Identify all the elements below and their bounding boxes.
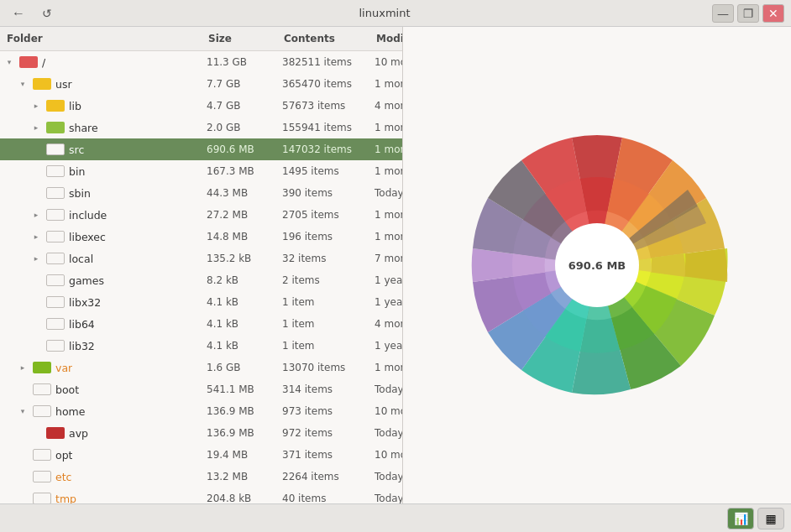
file-tree-panel[interactable]: Folder Size Contents Modified ▾ / 11.3 G… — [0, 27, 403, 503]
tree-row[interactable]: libx32 4.1 kB 1 item 1 year — [0, 291, 402, 313]
tree-body: ▾ / 11.3 GB 382511 items 10 months ▾ usr… — [0, 51, 402, 503]
folder-icon — [46, 318, 65, 330]
modified-cell: 1 year — [369, 340, 403, 352]
folder-cell: ▸ share — [0, 122, 202, 134]
tree-row[interactable]: boot 541.1 MB 314 items Today — [0, 378, 402, 400]
contents-cell: 1 item — [277, 318, 369, 330]
tree-row[interactable]: games 8.2 kB 2 items 1 year — [0, 269, 402, 291]
tree-row[interactable]: lib32 4.1 kB 1 item 1 year — [0, 335, 402, 357]
folder-name: src — [69, 143, 84, 156]
tree-row[interactable]: etc 13.2 MB 2264 items Today — [0, 466, 402, 488]
size-cell: 204.8 kB — [202, 493, 277, 503]
header-contents: Contents — [277, 31, 369, 46]
size-cell: 27.2 MB — [202, 209, 277, 221]
contents-cell: 382511 items — [277, 56, 369, 68]
expand-arrow-placeholder — [30, 274, 42, 286]
folder-cell: bin — [0, 165, 202, 178]
expand-arrow[interactable]: ▸ — [17, 362, 29, 373]
contents-cell: 365470 items — [277, 78, 369, 90]
list-view-button[interactable]: ▦ — [757, 508, 784, 529]
folder-icon — [33, 493, 51, 503]
tree-row[interactable]: ▸ libexec 14.8 MB 196 items 1 month — [0, 226, 402, 248]
tree-row[interactable]: ▾ usr 7.7 GB 365470 items 1 month — [0, 73, 402, 95]
minimize-button[interactable]: — — [712, 4, 734, 23]
folder-icon — [46, 187, 65, 199]
close-button[interactable]: ✕ — [762, 4, 784, 23]
contents-cell: 390 items — [277, 187, 369, 199]
modified-cell: Today — [369, 493, 403, 503]
header-modified: Modified — [369, 31, 403, 46]
tree-row[interactable]: avp 136.9 MB 972 items Today — [0, 422, 402, 444]
size-cell: 1.6 GB — [202, 362, 277, 373]
expand-arrow[interactable]: ▸ — [30, 122, 42, 133]
folder-cell: ▸ lib — [0, 100, 202, 112]
folder-icon — [46, 253, 65, 264]
size-cell: 19.4 MB — [202, 449, 277, 461]
folder-name: libexec — [69, 231, 106, 243]
size-cell: 4.1 kB — [202, 340, 277, 352]
folder-name: sbin — [69, 187, 91, 200]
tree-row[interactable]: tmp 204.8 kB 40 items Today — [0, 488, 402, 503]
tree-row[interactable]: ▸ share 2.0 GB 155941 items 1 month — [0, 117, 402, 138]
folder-icon — [46, 100, 65, 112]
modified-cell: 10 months — [369, 56, 403, 68]
modified-cell: 1 month — [369, 78, 403, 90]
folder-cell: ▸ local — [0, 253, 202, 265]
refresh-button[interactable]: ↺ — [37, 5, 57, 22]
folder-icon — [19, 56, 38, 68]
back-button[interactable]: ← — [7, 4, 30, 23]
expand-arrow[interactable]: ▾ — [3, 56, 15, 68]
folder-icon — [46, 231, 65, 243]
tree-row[interactable]: ▸ lib 4.7 GB 57673 items 4 months — [0, 95, 402, 117]
tree-row[interactable]: ▸ var 1.6 GB 13070 items 1 month — [0, 357, 402, 378]
expand-arrow[interactable]: ▸ — [30, 231, 42, 243]
folder-name: share — [69, 122, 98, 134]
contents-cell: 2 items — [277, 274, 369, 286]
folder-icon — [46, 340, 65, 352]
contents-cell: 57673 items — [277, 100, 369, 112]
main-content: Folder Size Contents Modified ▾ / 11.3 G… — [0, 27, 791, 503]
size-cell: 14.8 MB — [202, 231, 277, 243]
expand-arrow-placeholder — [17, 449, 29, 461]
folder-cell: src — [0, 143, 202, 156]
size-cell: 690.6 MB — [202, 143, 277, 155]
size-cell: 44.3 MB — [202, 187, 277, 199]
modified-cell: 1 year — [369, 274, 403, 286]
tree-row[interactable]: src 690.6 MB 147032 items 1 month — [0, 138, 402, 160]
expand-arrow[interactable]: ▸ — [30, 100, 42, 112]
tree-row[interactable]: sbin 44.3 MB 390 items Today — [0, 182, 402, 204]
modified-cell: 4 months — [369, 318, 403, 330]
folder-icon — [46, 143, 65, 155]
tree-row[interactable]: ▾ home 136.9 MB 973 items 10 months — [0, 400, 402, 422]
tree-row[interactable]: ▸ local 135.2 kB 32 items 7 months — [0, 248, 402, 269]
expand-arrow[interactable]: ▸ — [30, 209, 42, 221]
folder-icon — [33, 78, 51, 90]
expand-arrow-placeholder — [30, 340, 42, 352]
folder-icon — [46, 427, 65, 439]
folder-name: include — [69, 209, 107, 222]
folder-name: tmp — [55, 493, 76, 504]
tree-row[interactable]: opt 19.4 MB 371 items 10 months — [0, 444, 402, 466]
folder-name: local — [69, 253, 93, 265]
tree-row[interactable]: ▸ include 27.2 MB 2705 items 1 month — [0, 204, 402, 226]
contents-cell: 2705 items — [277, 209, 369, 221]
contents-cell: 1495 items — [277, 165, 369, 177]
modified-cell: Today — [369, 427, 403, 439]
size-cell: 4.1 kB — [202, 318, 277, 330]
folder-cell: lib64 — [0, 318, 202, 331]
folder-name: etc — [55, 471, 71, 483]
expand-arrow-placeholder — [30, 318, 42, 330]
tree-row[interactable]: ▾ / 11.3 GB 382511 items 10 months — [0, 51, 402, 73]
folder-cell: ▸ include — [0, 209, 202, 222]
folder-name: games — [69, 274, 104, 287]
restore-button[interactable]: ❐ — [737, 4, 759, 23]
tree-row[interactable]: bin 167.3 MB 1495 items 1 month — [0, 160, 402, 182]
folder-name: lib — [69, 100, 81, 112]
tree-row[interactable]: lib64 4.1 kB 1 item 4 months — [0, 313, 402, 335]
expand-arrow-placeholder — [17, 493, 29, 503]
expand-arrow[interactable]: ▾ — [17, 78, 29, 90]
expand-arrow[interactable]: ▸ — [30, 253, 42, 264]
chart-view-button[interactable]: 📊 — [727, 508, 754, 529]
expand-arrow[interactable]: ▾ — [17, 405, 29, 417]
modified-cell: 1 month — [369, 362, 403, 373]
